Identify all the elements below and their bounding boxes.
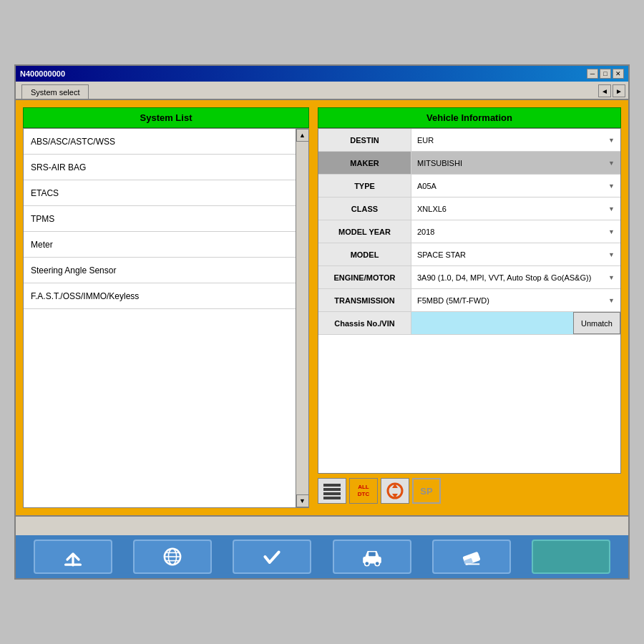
type-label: TYPE — [318, 175, 411, 197]
destin-dropdown-arrow: ▼ — [608, 137, 615, 144]
system-item-fast[interactable]: F.A.S.T./OSS/IMMO/Keyless — [24, 283, 296, 309]
vehicle-info-panel: Vehicle Information DESTIN EUR ▼ — [318, 107, 621, 508]
minimize-button[interactable]: ─ — [587, 69, 598, 79]
class-row: CLASS XNLXL6 ▼ — [318, 197, 620, 220]
main-window: N400000000 ─ □ ✕ System select ◄ ► Syste… — [14, 64, 630, 580]
maximize-button[interactable]: □ — [600, 69, 611, 79]
scroll-track — [296, 142, 308, 494]
transmission-dropdown: F5MBD (5M/T-FWD) ▼ — [417, 296, 615, 305]
svg-rect-3 — [323, 497, 341, 499]
outer-frame: N400000000 ─ □ ✕ System select ◄ ► Syste… — [0, 0, 644, 644]
model-value[interactable]: SPACE STAR ▼ — [411, 243, 620, 265]
scrollbar: ▲ ▼ — [296, 129, 308, 507]
vehicle-info-header: Vehicle Information — [318, 107, 621, 128]
type-value[interactable]: A05A ▼ — [411, 175, 620, 197]
transmission-value[interactable]: F5MBD (5M/T-FWD) ▼ — [411, 289, 620, 311]
maker-dropdown: MITSUBISHI ▼ — [417, 159, 615, 167]
system-list-items: ABS/ASC/ASTC/WSS SRS-AIR BAG ETACS TPMS — [24, 129, 296, 507]
system-item-etacs[interactable]: ETACS — [24, 180, 296, 206]
svg-rect-5 — [64, 564, 82, 566]
class-value[interactable]: XNLXL6 ▼ — [411, 197, 620, 220]
class-dropdown-arrow: ▼ — [608, 205, 615, 213]
system-item-srs[interactable]: SRS-AIR BAG — [24, 155, 296, 180]
system-item-steering[interactable]: Steering Angle Sensor — [24, 258, 296, 283]
system-item-meter[interactable]: Meter — [24, 232, 296, 258]
class-dropdown: XNLXL6 ▼ — [417, 205, 615, 213]
refresh-icon[interactable] — [381, 478, 409, 504]
panels-row: System List ABS/ASC/ASTC/WSS SRS-AIR BAG… — [23, 107, 621, 508]
tab-bar: System select ◄ ► — [16, 82, 628, 100]
car-button[interactable] — [333, 540, 411, 574]
maker-dropdown-arrow: ▼ — [608, 160, 615, 167]
model-row: MODEL SPACE STAR ▼ — [318, 243, 620, 266]
system-list-icon[interactable] — [318, 478, 346, 504]
eraser-button[interactable] — [432, 540, 511, 574]
toolbar-icons: ALLDTC SP — [318, 474, 621, 508]
back-button[interactable] — [34, 540, 112, 574]
system-list-container: ABS/ASC/ASTC/WSS SRS-AIR BAG ETACS TPMS — [23, 128, 309, 508]
type-dropdown-arrow: ▼ — [608, 182, 615, 190]
svg-point-13 — [375, 561, 379, 565]
sp-icon[interactable]: SP — [412, 478, 441, 504]
engine-dropdown-arrow: ▼ — [608, 274, 615, 281]
tab-forward-button[interactable]: ► — [613, 84, 625, 97]
system-item-abs[interactable]: ABS/ASC/ASTC/WSS — [24, 129, 296, 155]
transmission-dropdown-arrow: ▼ — [608, 297, 615, 304]
engine-value[interactable]: 3A90 (1.0, D4, MPI, VVT, Auto Stop & Go(… — [411, 266, 620, 288]
engine-label: ENGINE/MOTOR — [318, 266, 411, 288]
destin-value[interactable]: EUR ▼ — [411, 129, 620, 151]
system-list-header: System List — [23, 107, 309, 128]
svg-rect-1 — [323, 488, 341, 491]
model-dropdown-arrow: ▼ — [608, 251, 615, 258]
chassis-value-field[interactable] — [411, 312, 573, 334]
tab-label: System select — [31, 88, 79, 97]
window-title: N400000000 — [20, 69, 65, 78]
svg-rect-0 — [323, 484, 341, 487]
type-row: TYPE A05A ▼ — [318, 175, 620, 197]
maker-row: MAKER MITSUBISHI ▼ — [318, 152, 620, 175]
svg-point-12 — [364, 561, 369, 565]
type-dropdown: A05A ▼ — [417, 182, 615, 190]
scroll-down-button[interactable]: ▼ — [296, 494, 309, 507]
maker-label: MAKER — [318, 152, 411, 174]
engine-row: ENGINE/MOTOR 3A90 (1.0, D4, MPI, VVT, Au… — [318, 266, 620, 289]
model-dropdown: SPACE STAR ▼ — [417, 250, 615, 259]
bottom-bar — [16, 515, 628, 535]
unmatch-button[interactable]: Unmatch — [573, 312, 620, 334]
model-year-label: MODEL YEAR — [318, 220, 411, 243]
system-list-panel: System List ABS/ASC/ASTC/WSS SRS-AIR BAG… — [23, 107, 309, 508]
main-content: System List ABS/ASC/ASTC/WSS SRS-AIR BAG… — [16, 100, 628, 515]
destin-row: DESTIN EUR ▼ — [318, 129, 620, 152]
tab-back-button[interactable]: ◄ — [598, 84, 611, 97]
model-year-row: MODEL YEAR 2018 ▼ — [318, 220, 620, 243]
footer-buttons — [16, 535, 628, 578]
maker-value[interactable]: MITSUBISHI ▼ — [411, 152, 620, 174]
destin-label: DESTIN — [318, 129, 411, 151]
svg-rect-2 — [323, 492, 341, 495]
engine-dropdown: 3A90 (1.0, D4, MPI, VVT, Auto Stop & Go(… — [417, 273, 615, 282]
model-year-value[interactable]: 2018 ▼ — [411, 220, 620, 243]
globe-button[interactable] — [133, 540, 212, 574]
all-dtc-icon[interactable]: ALLDTC — [349, 478, 378, 504]
scroll-up-button[interactable]: ▲ — [296, 129, 309, 142]
system-item-tpms[interactable]: TPMS — [24, 206, 296, 232]
transmission-label: TRANSMISSION — [318, 289, 411, 311]
extra-button[interactable] — [532, 540, 610, 574]
chassis-row: Chassis No./VIN Unmatch — [318, 312, 620, 335]
vehicle-info-table: DESTIN EUR ▼ MAKER — [318, 128, 621, 474]
title-bar: N400000000 ─ □ ✕ — [16, 66, 628, 82]
destin-dropdown: EUR ▼ — [417, 136, 615, 145]
confirm-button[interactable] — [233, 540, 311, 574]
window-controls: ─ □ ✕ — [587, 69, 624, 79]
model-year-dropdown-arrow: ▼ — [608, 228, 615, 235]
transmission-row: TRANSMISSION F5MBD (5M/T-FWD) ▼ — [318, 289, 620, 312]
svg-rect-14 — [369, 552, 376, 557]
model-label: MODEL — [318, 243, 411, 265]
chassis-label: Chassis No./VIN — [318, 312, 411, 334]
tab-navigation: ◄ ► — [598, 84, 625, 97]
class-label: CLASS — [318, 197, 411, 220]
close-button[interactable]: ✕ — [613, 69, 624, 79]
system-select-tab[interactable]: System select — [21, 84, 89, 99]
model-year-dropdown: 2018 ▼ — [417, 228, 615, 236]
